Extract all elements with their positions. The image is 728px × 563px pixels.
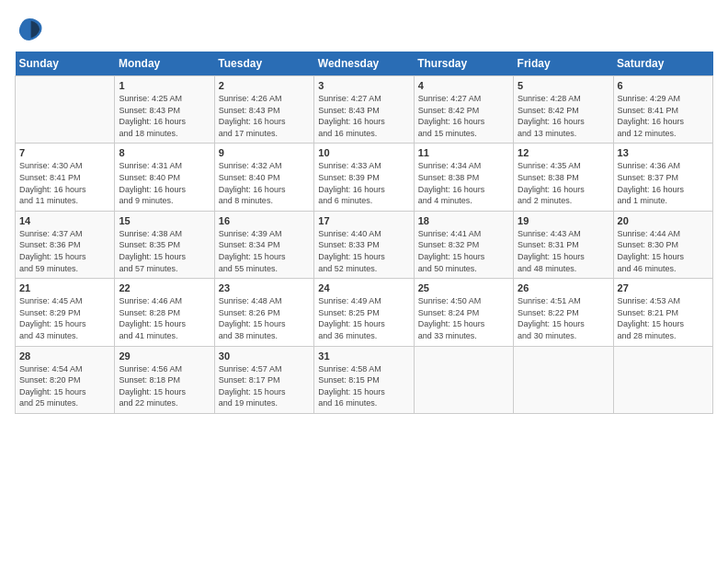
day-number: 8 (119, 147, 210, 158)
day-cell: 11Sunrise: 4:34 AM Sunset: 8:38 PM Dayli… (414, 144, 513, 211)
day-number: 17 (318, 215, 409, 226)
day-cell: 12Sunrise: 4:35 AM Sunset: 8:38 PM Dayli… (514, 144, 613, 211)
day-cell: 14Sunrise: 4:37 AM Sunset: 8:36 PM Dayli… (16, 211, 115, 278)
day-info: Sunrise: 4:53 AM Sunset: 8:21 PM Dayligh… (618, 295, 709, 341)
day-cell: 22Sunrise: 4:46 AM Sunset: 8:28 PM Dayli… (115, 279, 214, 346)
day-number: 27 (618, 282, 709, 293)
day-info: Sunrise: 4:30 AM Sunset: 8:41 PM Dayligh… (19, 160, 110, 206)
day-cell: 9Sunrise: 4:32 AM Sunset: 8:40 PM Daylig… (214, 144, 313, 211)
weekday-header-wednesday: Wednesday (314, 52, 414, 76)
day-cell: 19Sunrise: 4:43 AM Sunset: 8:31 PM Dayli… (514, 211, 613, 278)
day-info: Sunrise: 4:48 AM Sunset: 8:26 PM Dayligh… (219, 295, 310, 341)
day-info: Sunrise: 4:38 AM Sunset: 8:35 PM Dayligh… (119, 228, 210, 274)
day-cell: 21Sunrise: 4:45 AM Sunset: 8:29 PM Dayli… (16, 279, 115, 346)
weekday-header-tuesday: Tuesday (214, 52, 313, 76)
day-info: Sunrise: 4:36 AM Sunset: 8:37 PM Dayligh… (618, 160, 709, 206)
day-number: 23 (219, 282, 310, 293)
day-cell: 20Sunrise: 4:44 AM Sunset: 8:30 PM Dayli… (613, 211, 712, 278)
day-cell: 26Sunrise: 4:51 AM Sunset: 8:22 PM Dayli… (514, 279, 613, 346)
weekday-header-monday: Monday (115, 52, 214, 76)
day-cell: 3Sunrise: 4:27 AM Sunset: 8:43 PM Daylig… (314, 76, 414, 144)
day-number: 15 (119, 215, 210, 226)
day-number: 20 (618, 215, 709, 226)
day-number: 14 (19, 215, 110, 226)
day-number: 25 (418, 282, 509, 293)
day-cell (16, 76, 115, 144)
day-info: Sunrise: 4:33 AM Sunset: 8:39 PM Dayligh… (318, 160, 409, 206)
day-cell: 16Sunrise: 4:39 AM Sunset: 8:34 PM Dayli… (214, 211, 313, 278)
weekday-header-thursday: Thursday (414, 52, 513, 76)
day-info: Sunrise: 4:50 AM Sunset: 8:24 PM Dayligh… (418, 295, 509, 341)
day-number: 12 (518, 147, 609, 158)
week-row-1: 1Sunrise: 4:25 AM Sunset: 8:43 PM Daylig… (16, 76, 713, 144)
page-header (15, 15, 713, 44)
day-number: 22 (119, 282, 210, 293)
weekday-header-saturday: Saturday (613, 52, 712, 76)
day-info: Sunrise: 4:31 AM Sunset: 8:40 PM Dayligh… (119, 160, 210, 206)
day-cell: 10Sunrise: 4:33 AM Sunset: 8:39 PM Dayli… (314, 144, 414, 211)
day-cell: 13Sunrise: 4:36 AM Sunset: 8:37 PM Dayli… (613, 144, 712, 211)
day-info: Sunrise: 4:46 AM Sunset: 8:28 PM Dayligh… (119, 295, 210, 341)
week-row-2: 7Sunrise: 4:30 AM Sunset: 8:41 PM Daylig… (16, 144, 713, 211)
day-number: 16 (219, 215, 310, 226)
day-cell: 4Sunrise: 4:27 AM Sunset: 8:42 PM Daylig… (414, 76, 513, 144)
day-cell: 18Sunrise: 4:41 AM Sunset: 8:32 PM Dayli… (414, 211, 513, 278)
week-row-5: 28Sunrise: 4:54 AM Sunset: 8:20 PM Dayli… (16, 346, 713, 413)
day-info: Sunrise: 4:51 AM Sunset: 8:22 PM Dayligh… (518, 295, 609, 341)
day-info: Sunrise: 4:44 AM Sunset: 8:30 PM Dayligh… (618, 228, 709, 274)
day-number: 9 (219, 147, 310, 158)
day-number: 4 (418, 80, 509, 91)
day-info: Sunrise: 4:43 AM Sunset: 8:31 PM Dayligh… (518, 228, 609, 274)
day-number: 6 (618, 80, 709, 91)
weekday-header-sunday: Sunday (16, 52, 115, 76)
day-number: 5 (518, 80, 609, 91)
day-info: Sunrise: 4:45 AM Sunset: 8:29 PM Dayligh… (19, 295, 110, 341)
day-cell: 5Sunrise: 4:28 AM Sunset: 8:42 PM Daylig… (514, 76, 613, 144)
day-cell: 29Sunrise: 4:56 AM Sunset: 8:18 PM Dayli… (115, 346, 214, 413)
day-number: 28 (19, 350, 110, 362)
day-cell: 25Sunrise: 4:50 AM Sunset: 8:24 PM Dayli… (414, 279, 513, 346)
day-cell: 23Sunrise: 4:48 AM Sunset: 8:26 PM Dayli… (214, 279, 313, 346)
logo-icon (15, 15, 44, 44)
day-number: 18 (418, 215, 509, 226)
day-number: 29 (119, 350, 210, 362)
day-info: Sunrise: 4:49 AM Sunset: 8:25 PM Dayligh… (318, 295, 409, 341)
weekday-header-row: SundayMondayTuesdayWednesdayThursdayFrid… (16, 52, 713, 76)
day-cell: 8Sunrise: 4:31 AM Sunset: 8:40 PM Daylig… (115, 144, 214, 211)
day-cell (514, 346, 613, 413)
day-number: 24 (318, 282, 409, 293)
day-number: 2 (219, 80, 310, 91)
day-number: 13 (618, 147, 709, 158)
day-info: Sunrise: 4:32 AM Sunset: 8:40 PM Dayligh… (219, 160, 310, 206)
calendar-table: SundayMondayTuesdayWednesdayThursdayFrid… (15, 52, 713, 414)
day-cell: 6Sunrise: 4:29 AM Sunset: 8:41 PM Daylig… (613, 76, 712, 144)
day-cell: 15Sunrise: 4:38 AM Sunset: 8:35 PM Dayli… (115, 211, 214, 278)
day-cell: 30Sunrise: 4:57 AM Sunset: 8:17 PM Dayli… (214, 346, 313, 413)
logo (15, 15, 48, 44)
day-info: Sunrise: 4:57 AM Sunset: 8:17 PM Dayligh… (219, 363, 310, 409)
day-cell: 24Sunrise: 4:49 AM Sunset: 8:25 PM Dayli… (314, 279, 414, 346)
day-number: 11 (418, 147, 509, 158)
week-row-3: 14Sunrise: 4:37 AM Sunset: 8:36 PM Dayli… (16, 211, 713, 278)
day-info: Sunrise: 4:40 AM Sunset: 8:33 PM Dayligh… (318, 228, 409, 274)
day-number: 3 (318, 80, 409, 91)
day-cell: 27Sunrise: 4:53 AM Sunset: 8:21 PM Dayli… (613, 279, 712, 346)
day-info: Sunrise: 4:39 AM Sunset: 8:34 PM Dayligh… (219, 228, 310, 274)
day-cell (414, 346, 513, 413)
day-info: Sunrise: 4:25 AM Sunset: 8:43 PM Dayligh… (119, 93, 210, 139)
day-number: 31 (318, 350, 409, 362)
day-cell: 2Sunrise: 4:26 AM Sunset: 8:43 PM Daylig… (214, 76, 313, 144)
day-number: 21 (19, 282, 110, 293)
day-info: Sunrise: 4:37 AM Sunset: 8:36 PM Dayligh… (19, 228, 110, 274)
day-number: 30 (219, 350, 310, 362)
day-number: 19 (518, 215, 609, 226)
weekday-header-friday: Friday (514, 52, 613, 76)
day-cell: 1Sunrise: 4:25 AM Sunset: 8:43 PM Daylig… (115, 76, 214, 144)
day-info: Sunrise: 4:35 AM Sunset: 8:38 PM Dayligh… (518, 160, 609, 206)
day-number: 7 (19, 147, 110, 158)
day-number: 26 (518, 282, 609, 293)
day-info: Sunrise: 4:27 AM Sunset: 8:43 PM Dayligh… (318, 93, 409, 139)
day-info: Sunrise: 4:34 AM Sunset: 8:38 PM Dayligh… (418, 160, 509, 206)
day-info: Sunrise: 4:27 AM Sunset: 8:42 PM Dayligh… (418, 93, 509, 139)
day-cell: 7Sunrise: 4:30 AM Sunset: 8:41 PM Daylig… (16, 144, 115, 211)
